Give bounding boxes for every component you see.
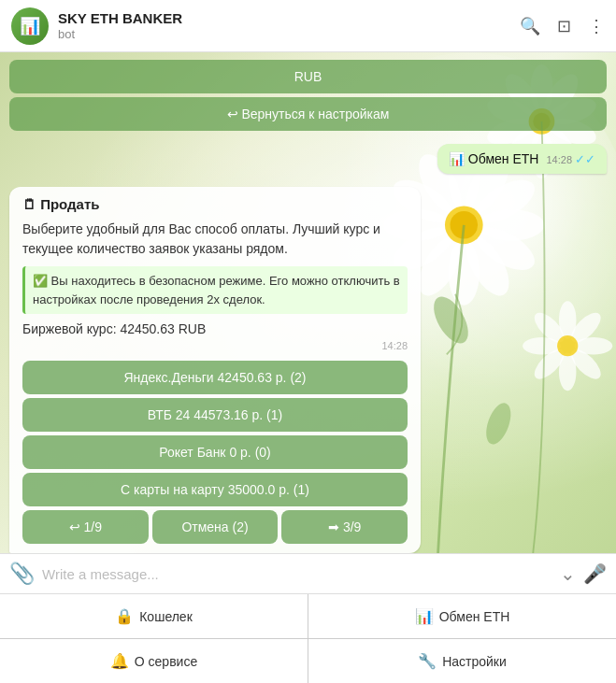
outgoing-text: 📊 Обмен ЕТН xyxy=(449,151,539,166)
exchange-rate-label: Биржевой курс: xyxy=(22,321,117,336)
avatar: 📊 xyxy=(11,7,49,45)
double-check-icon: ✓✓ xyxy=(575,152,595,166)
vtb-button[interactable]: ВТБ 24 44573.16 р. (1) xyxy=(22,398,408,432)
settings-label: Настройки xyxy=(442,654,507,669)
navigation-buttons: ↩ 1/9 Отмена (2) ➡ 3/9 xyxy=(22,510,408,544)
header-icons: 🔍 ⊡ ⋮ xyxy=(520,16,605,36)
service-keyboard-button[interactable]: 🔔 О сервисе xyxy=(0,639,308,683)
wallet-keyboard-button[interactable]: 🔒 Кошелек xyxy=(0,594,308,638)
chat-subtitle: bot xyxy=(58,27,520,41)
outgoing-time: 14:28 ✓✓ xyxy=(546,152,595,166)
chat-title: SKY ETH BANKER xyxy=(58,10,520,27)
card-transfer-button[interactable]: С карты на карту 35000.0 р. (1) xyxy=(22,473,408,506)
exchange-rate-value: 42450.63 RUB xyxy=(120,321,206,336)
exchange-label: Обмен ЕТН xyxy=(439,609,510,624)
incoming-title: 🗒 Продать xyxy=(22,196,408,212)
prev-page-button[interactable]: ↩ 1/9 xyxy=(22,510,149,544)
wallet-label: Кошелек xyxy=(139,609,193,624)
safe-mode-notice: ✅ Вы находитесь в безопасном режиме. Его… xyxy=(22,266,408,314)
avatar-icon: 📊 xyxy=(20,16,40,36)
back-settings-button[interactable]: ↩ Вернуться к настройкам xyxy=(9,97,607,131)
more-icon[interactable]: ⋮ xyxy=(588,16,605,36)
wallet-icon: 🔒 xyxy=(115,607,134,625)
chat-content: RUB ↩ Вернуться к настройкам 📊 Обмен ЕТН… xyxy=(0,52,616,553)
microphone-icon[interactable]: 🎤 xyxy=(583,562,607,585)
settings-keyboard-button[interactable]: 🔧 Настройки xyxy=(308,639,616,683)
outgoing-bubble: 📊 Обмен ЕТН 14:28 ✓✓ xyxy=(437,144,607,174)
incoming-bubble: 🗒 Продать Выберите удобный для Вас спосо… xyxy=(9,187,421,553)
keyboard-area: 🔒 Кошелек 📊 Обмен ЕТН 🔔 О сервисе 🔧 Наст… xyxy=(0,593,616,683)
incoming-time: 14:28 xyxy=(22,340,408,351)
header: 📊 SKY ETH BANKER bot 🔍 ⊡ ⋮ xyxy=(0,0,616,52)
exchange-keyboard-button[interactable]: 📊 Обмен ЕТН xyxy=(308,594,616,638)
service-icon: 🔔 xyxy=(110,652,129,670)
payment-options: Яндекс.Деньги 42450.63 р. (2) ВТБ 24 445… xyxy=(22,361,408,506)
next-page-button[interactable]: ➡ 3/9 xyxy=(281,510,408,544)
yandex-money-button[interactable]: Яндекс.Деньги 42450.63 р. (2) xyxy=(22,361,408,394)
exchange-rate: Биржевой курс: 42450.63 RUB xyxy=(22,321,408,336)
outgoing-message: 📊 Обмен ЕТН 14:28 ✓✓ xyxy=(9,144,607,174)
rocket-bank-button[interactable]: Рокет Банк 0 р. (0) xyxy=(22,435,408,469)
input-area: 📎 ⌄ 🎤 xyxy=(0,553,616,593)
scroll-down-icon[interactable]: ⌄ xyxy=(560,562,576,585)
exchange-icon: 📊 xyxy=(415,607,434,625)
incoming-message: 🗒 Продать Выберите удобный для Вас спосо… xyxy=(9,187,607,553)
top-buttons: RUB ↩ Вернуться к настройкам xyxy=(9,60,607,131)
incoming-text1: Выберите удобный для Вас способ оплаты. … xyxy=(22,220,408,259)
header-info: SKY ETH BANKER bot xyxy=(58,10,520,41)
message-input[interactable] xyxy=(42,566,552,582)
columns-icon[interactable]: ⊡ xyxy=(557,16,571,36)
cancel-button[interactable]: Отмена (2) xyxy=(152,510,279,544)
settings-icon: 🔧 xyxy=(418,652,437,670)
service-label: О сервисе xyxy=(135,654,197,669)
rub-button[interactable]: RUB xyxy=(9,60,607,93)
search-icon[interactable]: 🔍 xyxy=(520,16,540,36)
attach-icon[interactable]: 📎 xyxy=(9,562,35,586)
chat-area: RUB ↩ Вернуться к настройкам 📊 Обмен ЕТН… xyxy=(0,52,616,553)
